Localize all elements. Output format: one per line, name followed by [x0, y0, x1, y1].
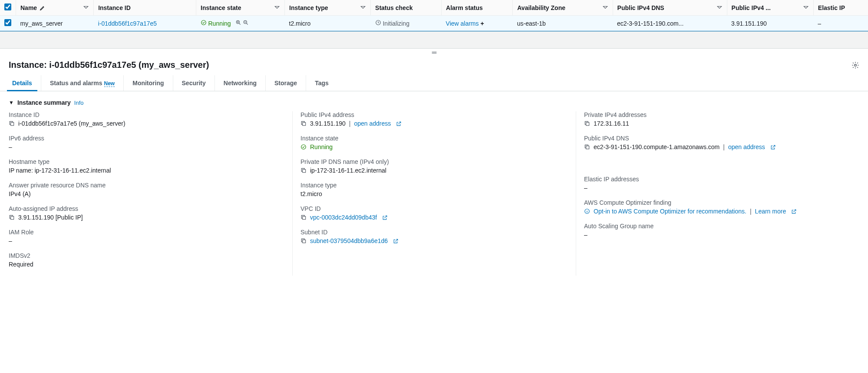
cell-instance-state: Running	[196, 16, 285, 31]
vpc-id-link[interactable]: vpc-0003dc24dd09db43f	[310, 214, 377, 221]
subnet-id-link[interactable]: subnet-0379504dbb9a6e1d6	[310, 237, 388, 244]
open-address-link[interactable]: open address	[354, 120, 391, 127]
cell-instance-id[interactable]: i-01ddb56f1c97a17e5	[94, 16, 196, 31]
svg-rect-5	[11, 123, 14, 126]
tab-security[interactable]: Security	[173, 75, 215, 91]
cell-public-dns: ec2-3-91-151-190.com...	[613, 16, 727, 31]
instance-id-link[interactable]: i-01ddb56f1c97a17e5	[98, 20, 157, 27]
instance-state-value: Running	[310, 143, 333, 150]
col-availability-zone[interactable]: Availability Zone	[513, 0, 613, 16]
copy-icon[interactable]	[584, 144, 590, 150]
tab-details[interactable]: Details	[3, 75, 41, 91]
copy-icon[interactable]	[9, 120, 15, 127]
col-name-label: Name	[20, 4, 37, 11]
open-address-link[interactable]: open address	[728, 143, 765, 150]
summary-col-3: Private IPv4 addresses 172.31.16.11 Publ…	[576, 111, 859, 276]
cell-instance-type: t2.micro	[285, 16, 371, 31]
table-row[interactable]: my_aws_server i-01ddb56f1c97a17e5 Runnin…	[0, 16, 868, 31]
copy-icon[interactable]	[300, 120, 307, 127]
filter-icon[interactable]	[360, 5, 366, 11]
copy-icon[interactable]	[300, 214, 307, 220]
col-instance-state-label: Instance state	[201, 4, 241, 11]
external-link-icon[interactable]	[382, 215, 388, 220]
row-checkbox[interactable]	[4, 19, 11, 26]
field-asg: Auto Scaling Group name –	[584, 223, 851, 238]
cell-alarm-status[interactable]: View alarms+	[442, 16, 513, 31]
plus-icon[interactable]: +	[481, 20, 484, 27]
col-public-dns[interactable]: Public IPv4 DNS	[613, 0, 727, 16]
col-instance-id[interactable]: Instance ID	[94, 0, 196, 16]
svg-point-8	[301, 145, 306, 150]
col-public-ip[interactable]: Public IPv4 ...	[727, 0, 813, 16]
filter-icon[interactable]	[803, 5, 809, 11]
external-link-icon[interactable]	[393, 238, 399, 244]
col-status-check[interactable]: Status check	[371, 0, 442, 16]
public-ip-value: 3.91.151.190	[310, 120, 346, 127]
view-alarms-link[interactable]: View alarms	[446, 20, 479, 27]
check-circle-icon	[300, 144, 307, 150]
tab-tags[interactable]: Tags	[306, 75, 337, 91]
instance-type-value: t2.micro	[300, 190, 322, 197]
copy-icon[interactable]	[300, 238, 307, 244]
panel-divider	[0, 31, 868, 49]
svg-rect-6	[11, 216, 14, 220]
external-link-icon[interactable]	[791, 209, 797, 214]
col-elastic-ip[interactable]: Elastic IP	[813, 0, 868, 16]
svg-rect-11	[303, 240, 306, 243]
public-dns-value: ec2-3-91-151-190.compute-1.amazonaws.com	[594, 143, 719, 150]
col-alarm-status[interactable]: Alarm status	[442, 0, 513, 16]
tab-networking[interactable]: Networking	[215, 75, 266, 91]
iam-role-value: –	[9, 237, 12, 244]
field-private-ipv4: Private IPv4 addresses 172.31.16.11	[584, 111, 851, 127]
info-link[interactable]: Info	[74, 100, 84, 106]
instance-detail-title: Instance: i-01ddb56f1c97a17e5 (my_aws_se…	[9, 60, 209, 70]
pencil-icon[interactable]	[40, 5, 46, 11]
filter-icon[interactable]	[274, 5, 280, 11]
zoom-out-icon[interactable]	[243, 20, 249, 26]
cell-elastic-ip: –	[813, 16, 868, 31]
field-auto-ip: Auto-assigned IP address 3.91.151.190 [P…	[9, 205, 284, 221]
tab-storage[interactable]: Storage	[266, 75, 306, 91]
svg-rect-10	[303, 216, 306, 220]
external-link-icon[interactable]	[770, 144, 776, 150]
private-dns-value: ip-172-31-16-11.ec2.internal	[310, 167, 386, 174]
cell-availability-zone: us-east-1b	[513, 16, 613, 31]
select-all-checkbox[interactable]	[4, 3, 11, 10]
drag-handle-icon[interactable]	[0, 49, 868, 57]
tab-monitoring[interactable]: Monitoring	[124, 75, 173, 91]
answer-dns-value: IPv4 (A)	[9, 190, 31, 197]
field-compute-optimizer: AWS Compute Optimizer finding Opt-in to …	[584, 199, 851, 215]
optimizer-opt-in-link[interactable]: Opt-in to AWS Compute Optimizer for reco…	[594, 208, 746, 215]
field-public-ipv4: Public IPv4 address 3.91.151.190 |open a…	[300, 111, 568, 127]
learn-more-link[interactable]: Learn more	[755, 208, 786, 215]
col-instance-id-label: Instance ID	[98, 4, 131, 11]
collapse-caret-icon[interactable]: ▼	[9, 100, 14, 106]
elastic-ip-value: –	[584, 184, 587, 191]
hostname-value: IP name: ip-172-31-16-11.ec2.internal	[9, 167, 111, 174]
check-circle-icon	[201, 20, 207, 26]
col-instance-type[interactable]: Instance type	[285, 0, 371, 16]
status-check-value: Initializing	[383, 20, 409, 27]
field-instance-state: Instance state Running	[300, 135, 568, 150]
col-instance-state[interactable]: Instance state	[196, 0, 285, 16]
clock-icon	[375, 20, 381, 26]
svg-point-4	[855, 64, 857, 66]
zoom-in-icon[interactable]	[235, 20, 241, 26]
instance-summary-grid: Instance ID i-01ddb56f1c97a17e5 (my_aws_…	[0, 109, 868, 284]
tab-status-alarms[interactable]: Status and alarmsNew	[41, 75, 124, 91]
col-availability-zone-label: Availability Zone	[517, 4, 565, 11]
col-public-dns-label: Public IPv4 DNS	[617, 4, 664, 11]
copy-icon[interactable]	[9, 214, 15, 220]
instances-table: Name Instance ID Instance state Instance…	[0, 0, 868, 31]
filter-icon[interactable]	[83, 5, 89, 11]
external-link-icon[interactable]	[396, 121, 402, 127]
select-all-header[interactable]	[0, 0, 16, 16]
filter-icon[interactable]	[716, 5, 723, 11]
filter-icon[interactable]	[602, 5, 608, 11]
copy-icon[interactable]	[584, 120, 590, 127]
copy-icon[interactable]	[300, 167, 307, 173]
ipv6-value: –	[9, 143, 12, 150]
info-icon	[584, 208, 590, 214]
col-name[interactable]: Name	[16, 0, 94, 16]
gear-icon[interactable]	[851, 61, 859, 69]
